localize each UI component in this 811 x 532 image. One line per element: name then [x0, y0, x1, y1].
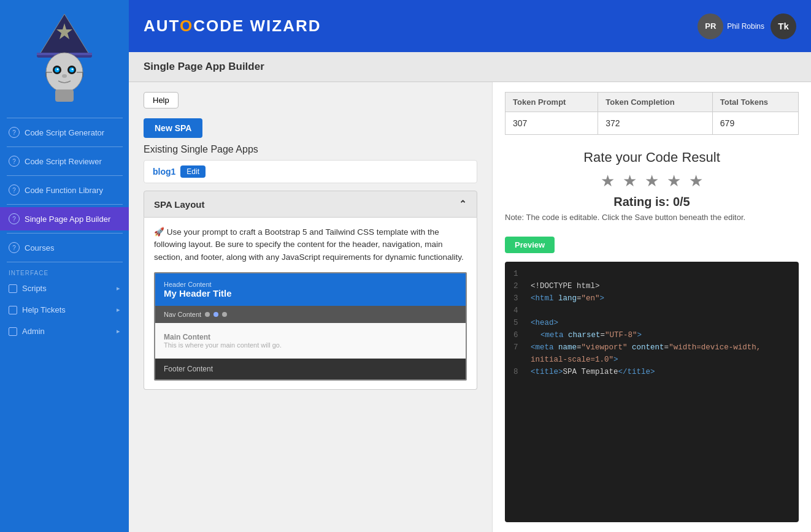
- star-2[interactable]: ★: [621, 172, 639, 190]
- spa-preview-main: Main Content This is where your main con…: [155, 323, 466, 359]
- svg-point-9: [57, 69, 59, 70]
- avatar-pr-name: Phil Robins: [727, 22, 764, 31]
- sidebar-item-admin[interactable]: Admin ▸: [0, 321, 129, 342]
- main-content-desc: This is where your main content will go.: [164, 341, 457, 349]
- new-spa-button[interactable]: New SPA: [144, 118, 202, 138]
- token-completion-header: Token Completion: [598, 93, 713, 112]
- chevron-right-icon-admin: ▸: [117, 327, 120, 335]
- existing-label: Existing Single Page Apps: [144, 144, 477, 155]
- question-icon-2: ?: [9, 156, 20, 167]
- sidebar-item-scripts[interactable]: Scripts ▸: [0, 278, 129, 299]
- code-line-2: 2 <!DOCTYPE html>: [513, 280, 790, 292]
- sidebar-item-courses[interactable]: ? Courses: [0, 236, 129, 259]
- app-title: AUTOCODE WIZARD: [144, 17, 321, 36]
- code-line-7: 7 <meta name="viewport" content="width=d…: [513, 341, 790, 366]
- code-text-6: <meta charset="UTF-8">: [531, 329, 790, 341]
- sidebar-item-code-function-library[interactable]: ? Code Function Library: [0, 178, 129, 202]
- header-title: My Header Title: [164, 288, 457, 298]
- chevron-up-icon: ⌃: [459, 199, 467, 210]
- code-text-5: <head>: [531, 317, 790, 329]
- code-line-8: 8 <title>SPA Template</title>: [513, 366, 790, 378]
- line-num-2: 2: [513, 280, 523, 292]
- spa-layout-body: 🚀 Use your prompt to craft a Bootstrap 5…: [144, 218, 477, 390]
- line-num-7: 7: [513, 341, 523, 366]
- wizard-logo: [28, 11, 101, 109]
- admin-label: Admin: [22, 327, 45, 336]
- svg-point-11: [62, 74, 67, 78]
- avatar-tk-initials: Tk: [778, 21, 789, 31]
- sidebar-item-single-page-app-builder[interactable]: ? Single Page App Builder: [0, 207, 129, 230]
- code-text-7: <meta name="viewport" content="width=dev…: [531, 341, 790, 366]
- star-1[interactable]: ★: [599, 172, 617, 190]
- header-content-label: Header Content: [164, 281, 457, 288]
- code-line-5: 5 <head>: [513, 317, 790, 329]
- code-line-3: 3 <html lang="en">: [513, 292, 790, 305]
- doc-icon-admin: [9, 327, 17, 336]
- spa-preview-header: Header Content My Header Title: [155, 273, 466, 306]
- spa-description: 🚀 Use your prompt to craft a Bootstrap 5…: [154, 226, 467, 264]
- main-area: AUTOCODE WIZARD PR Phil Robins Tk Single…: [129, 0, 811, 532]
- sidebar-divider-top: [7, 118, 123, 118]
- sidebar-divider-4: [7, 233, 123, 234]
- page-title: Single Page App Builder: [144, 61, 264, 72]
- rating-value: Rating is: 0/5: [505, 195, 799, 209]
- chevron-right-icon-help: ▸: [117, 306, 120, 314]
- star-5[interactable]: ★: [687, 172, 705, 190]
- star-3[interactable]: ★: [643, 172, 661, 190]
- code-line-4: 4: [513, 305, 790, 317]
- nav-content-label: Nav Content: [164, 311, 201, 318]
- doc-icon-help: [9, 306, 17, 314]
- preview-button[interactable]: Preview: [505, 237, 555, 253]
- help-button[interactable]: Help: [144, 92, 179, 108]
- title-part1: AUT: [144, 17, 180, 35]
- left-panel: Help New SPA Existing Single Page Apps b…: [129, 82, 492, 532]
- rating-note: Note: The code is editable. Click the Sa…: [505, 213, 799, 222]
- token-prompt-value: 307: [505, 112, 598, 135]
- sidebar-item-code-script-reviewer[interactable]: ? Code Script Reviewer: [0, 150, 129, 173]
- scripts-label: Scripts: [22, 284, 47, 293]
- page-title-bar: Single Page App Builder: [129, 52, 811, 82]
- sidebar-item-label: Code Function Library: [25, 186, 103, 195]
- rating-section: Rate your Code Result ★ ★ ★ ★ ★ Rating i…: [505, 143, 799, 228]
- line-num-5: 5: [513, 317, 523, 329]
- svg-point-10: [72, 69, 74, 70]
- avatar-tk[interactable]: Tk: [771, 13, 796, 39]
- spa-preview-footer: Footer Content: [155, 359, 466, 379]
- spa-layout-header[interactable]: SPA Layout ⌃: [144, 191, 477, 218]
- spa-preview: Header Content My Header Title Nav Conte…: [154, 272, 467, 381]
- token-prompt-header: Token Prompt: [505, 93, 598, 112]
- code-text-3: <html lang="en">: [531, 292, 790, 305]
- stars-container: ★ ★ ★ ★ ★: [505, 172, 799, 190]
- avatar-pr[interactable]: PR: [698, 13, 723, 39]
- sidebar-item-code-script-generator[interactable]: ? Code Script Generator: [0, 121, 129, 144]
- line-num-1: 1: [513, 268, 523, 280]
- existing-item-link-blog1[interactable]: blog1: [153, 167, 175, 177]
- content-body: Help New SPA Existing Single Page Apps b…: [129, 82, 811, 532]
- token-row: 307 372 679: [505, 112, 799, 135]
- sidebar-item-help-tickets[interactable]: Help Tickets ▸: [0, 299, 129, 321]
- total-tokens-value: 679: [712, 112, 798, 135]
- line-num-3: 3: [513, 292, 523, 305]
- sidebar-divider-5: [7, 262, 123, 262]
- star-4[interactable]: ★: [665, 172, 683, 190]
- line-num-4: 4: [513, 305, 523, 317]
- svg-rect-12: [55, 89, 74, 102]
- line-num-6: 6: [513, 329, 523, 341]
- spa-preview-nav: Nav Content: [155, 306, 466, 323]
- sidebar-item-label: Code Script Reviewer: [25, 157, 102, 166]
- footer-content-label: Footer Content: [164, 365, 213, 373]
- topbar-right: PR Phil Robins Tk: [698, 13, 796, 39]
- sidebar-item-label: Single Page App Builder: [25, 215, 110, 224]
- chevron-right-icon-scripts: ▸: [117, 284, 120, 292]
- title-part2: CODE WIZARD: [193, 17, 321, 35]
- right-panel: Token Prompt Token Completion Total Toke…: [492, 82, 811, 532]
- main-content-label: Main Content: [164, 333, 457, 341]
- spa-layout-accordion: SPA Layout ⌃ 🚀 Use your prompt to craft …: [144, 191, 477, 390]
- sidebar-item-label: Courses: [25, 243, 54, 253]
- code-text-2: <!DOCTYPE html>: [531, 280, 790, 292]
- code-editor[interactable]: 1 2 <!DOCTYPE html> 3 <html lang="en"> 4…: [505, 262, 799, 522]
- code-line-6: 6 <meta charset="UTF-8">: [513, 329, 790, 341]
- edit-button-blog1[interactable]: Edit: [180, 165, 206, 178]
- nav-dot-2: [213, 312, 218, 317]
- code-text-1: [531, 268, 790, 280]
